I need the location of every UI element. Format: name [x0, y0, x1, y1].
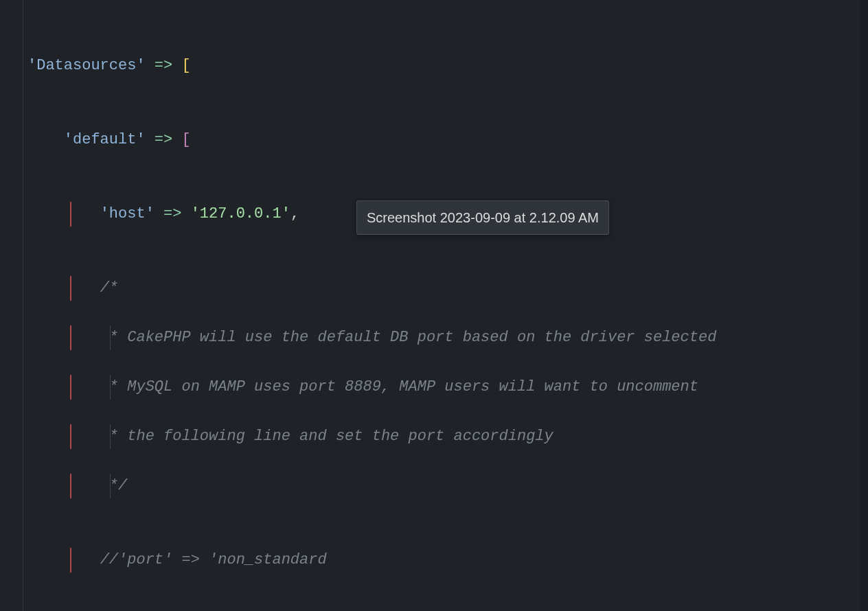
key-text: 'default'	[64, 131, 146, 148]
editor-gutter	[0, 0, 23, 611]
key-text: 'host'	[100, 205, 155, 222]
code-line: * CakePHP will use the default DB port b…	[27, 325, 863, 350]
comment-text: /*	[100, 279, 118, 297]
arrow-op: =>	[155, 131, 172, 148]
comment-text: * the following line and set the port ac…	[100, 428, 553, 445]
code-line: 'default' => [	[27, 128, 863, 152]
bracket-open: [	[181, 57, 190, 74]
code-line: //'port' => 'non_standard	[27, 548, 863, 573]
key-text: 'Datasources'	[27, 57, 146, 74]
code-line: * the following line and set the port ac…	[27, 424, 863, 449]
code-line: /*	[27, 276, 863, 301]
comment-text: * CakePHP will use the default DB port b…	[100, 329, 717, 346]
tooltip-text: Screenshot 2023-09-09 at 2.12.09 AM	[367, 210, 599, 225]
string-value: '127.0.0.1'	[191, 205, 290, 222]
comma: ,	[290, 205, 299, 222]
code-line: * MySQL on MAMP uses port 8889, MAMP use…	[27, 375, 863, 400]
comment-text: */	[100, 477, 128, 494]
code-line: */	[27, 474, 863, 498]
hover-tooltip: Screenshot 2023-09-09 at 2.12.09 AM	[356, 200, 609, 235]
code-editor-content[interactable]: 'Datasources' => [ 'default' => [ 'host'…	[27, 4, 863, 611]
arrow-op: =>	[155, 57, 172, 74]
comment-text: //'port' => 'non_standard	[100, 551, 327, 568]
code-line: 'Datasources' => [	[27, 54, 863, 78]
bracket-open: [	[181, 131, 190, 148]
comment-text: * MySQL on MAMP uses port 8889, MAMP use…	[100, 378, 698, 395]
arrow-op: =>	[163, 205, 181, 222]
